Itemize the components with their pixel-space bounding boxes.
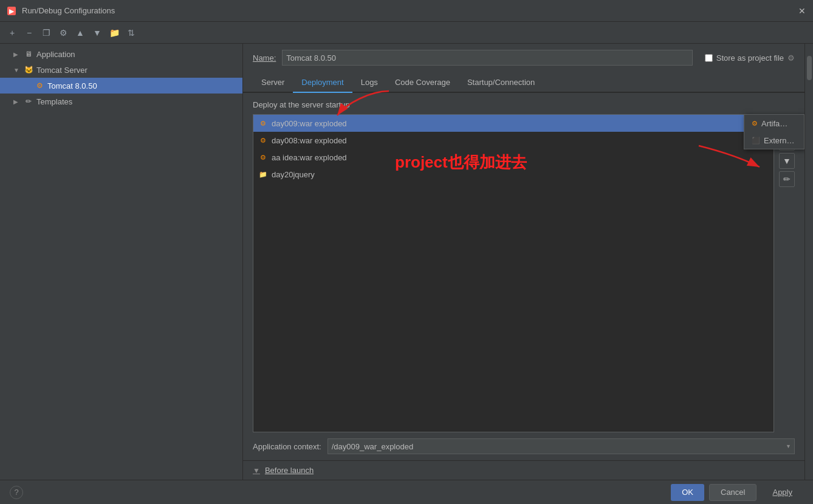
context-menu-external[interactable]: ⬛ Extern… <box>744 132 804 149</box>
bottom-bar: ? OK Cancel Apply <box>0 480 813 504</box>
app-context-wrapper: /day009_war_exploded <box>328 438 795 454</box>
external-icon: ⬛ <box>752 137 760 145</box>
help-icon[interactable]: ? <box>10 486 23 499</box>
tree-item-templates[interactable]: ▶ ✏ Templates <box>0 94 242 109</box>
svg-text:▶: ▶ <box>9 8 15 15</box>
app-context-select[interactable]: /day009_war_exploded <box>328 438 795 454</box>
deploy-area: ⚙ day009:war exploded ⚙ day008:war explo… <box>243 114 804 432</box>
tree-item-tomcat-8050[interactable]: ⚙ Tomcat 8.0.50 <box>0 78 242 94</box>
copy-configuration-button[interactable]: ❐ <box>39 26 53 40</box>
folder-button[interactable]: 📁 <box>107 26 122 40</box>
deploy-label: Deploy at the server startup <box>253 100 795 109</box>
tab-code-coverage[interactable]: Code Coverage <box>386 74 459 93</box>
artifact-icon: ⚙ <box>752 120 758 128</box>
expand-arrow-templates: ▶ <box>13 98 22 105</box>
settings-button[interactable]: ⚙ <box>56 26 70 40</box>
close-button[interactable]: ✕ <box>797 6 807 16</box>
scrollbar[interactable] <box>804 44 813 480</box>
ok-button[interactable]: OK <box>671 484 704 501</box>
deploy-section: Deploy at the server startup <box>243 93 804 114</box>
context-menu-artifact[interactable]: ⚙ Artifa… <box>744 115 804 132</box>
before-launch-arrow[interactable]: ▼ <box>253 466 260 475</box>
configuration-tree: ▶ 🖥 Application ▼ 🐱 Tomcat Server ⚙ Tomc… <box>0 44 243 480</box>
tab-startup-connection[interactable]: Startup/Connection <box>459 74 543 93</box>
deploy-icon-day008: ⚙ <box>258 135 268 145</box>
store-as-project-checkbox[interactable] <box>705 54 713 62</box>
before-launch-label: Before launch <box>265 466 314 475</box>
right-panel: Name: Store as project file ⚙ Server Dep… <box>243 44 804 480</box>
deploy-icon-day009: ⚙ <box>258 118 268 128</box>
tabs-bar: Server Deployment Logs Code Coverage Sta… <box>243 74 804 93</box>
expand-arrow-tomcat: ▼ <box>13 67 22 73</box>
bottom-right: OK Cancel Apply <box>671 484 803 501</box>
move-up-button[interactable]: ▲ <box>73 26 87 40</box>
templates-icon: ✏ <box>23 96 34 107</box>
deploy-icon-aa-idea: ⚙ <box>258 152 268 162</box>
app-context-label: Application context: <box>253 442 321 451</box>
cancel-button[interactable]: Cancel <box>709 484 756 501</box>
deploy-list: ⚙ day009:war exploded ⚙ day008:war explo… <box>253 114 774 432</box>
store-as-project-label: Store as project file <box>716 53 784 63</box>
name-input[interactable] <box>282 50 692 66</box>
tab-deployment[interactable]: Deployment <box>293 74 352 93</box>
deploy-actions: + − ▼ ✏ <box>779 114 795 432</box>
tomcat-config-icon: ⚙ <box>34 80 45 91</box>
before-launch-row: ▼ Before launch <box>243 460 804 480</box>
tomcat-server-icon: 🐱 <box>23 64 34 75</box>
application-icon: 🖥 <box>23 49 34 60</box>
window-title: Run/Debug Configurations <box>22 6 797 15</box>
deploy-item-day008[interactable]: ⚙ day008:war exploded <box>253 132 774 149</box>
deploy-icon-day20jquery: 📁 <box>258 169 268 179</box>
tab-logs[interactable]: Logs <box>352 74 386 93</box>
add-configuration-button[interactable]: + <box>5 26 19 40</box>
remove-configuration-button[interactable]: − <box>22 26 36 40</box>
context-menu: ⚙ Artifa… ⬛ Extern… <box>744 114 804 149</box>
deploy-move-down-button[interactable]: ✏ <box>779 171 795 187</box>
title-bar-icon: ▶ <box>6 5 17 16</box>
move-down-button[interactable]: ▼ <box>90 26 105 40</box>
bottom-left: ? <box>10 486 23 499</box>
deploy-item-day009[interactable]: ⚙ day009:war exploded <box>253 115 774 132</box>
expand-arrow-application: ▶ <box>13 51 22 58</box>
app-context-row: Application context: /day009_war_explode… <box>243 432 804 460</box>
toolbar: + − ❐ ⚙ ▲ ▼ 📁 ⇅ <box>0 22 813 44</box>
deploy-move-up-button[interactable]: ▼ <box>779 153 795 169</box>
sort-button[interactable]: ⇅ <box>124 26 139 40</box>
tree-item-tomcat-server[interactable]: ▼ 🐱 Tomcat Server <box>0 62 242 78</box>
name-label: Name: <box>253 53 276 63</box>
title-bar: ▶ Run/Debug Configurations ✕ <box>0 0 813 22</box>
store-settings-icon[interactable]: ⚙ <box>787 53 795 63</box>
deploy-item-day20jquery[interactable]: 📁 day20jquery <box>253 166 774 183</box>
deploy-item-aa-idea[interactable]: ⚙ aa idea:war exploded <box>253 149 774 166</box>
apply-button[interactable]: Apply <box>761 484 803 501</box>
tab-server[interactable]: Server <box>253 74 293 93</box>
tree-item-application[interactable]: ▶ 🖥 Application <box>0 46 242 62</box>
